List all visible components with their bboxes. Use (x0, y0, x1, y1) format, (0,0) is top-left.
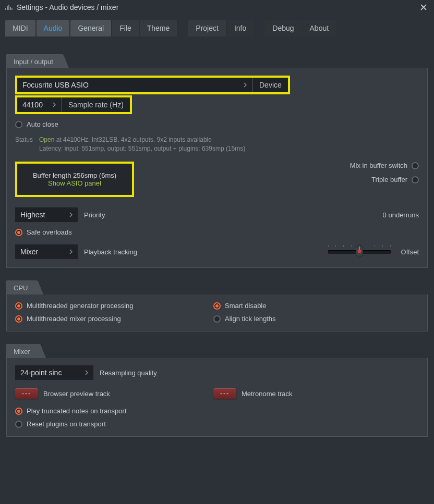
triple-buffer-toggle[interactable] (412, 176, 419, 183)
window-title: Settings - Audio devices / mixer (17, 3, 417, 11)
reset-plugins-label: Reset plugins on transport (27, 420, 106, 428)
svg-rect-1 (359, 247, 359, 250)
show-asio-link: Show ASIO panel (48, 179, 101, 187)
resampling-value: 24-point sinc (20, 368, 62, 377)
tab-project[interactable]: Project (188, 20, 226, 36)
device-label: Device (253, 78, 288, 92)
status-label: Status (15, 136, 33, 153)
mix-in-buffer-toggle[interactable] (412, 162, 419, 169)
play-truncated-label: Play truncated notes on transport (27, 407, 127, 415)
section-heading-mixer: Mixer (6, 344, 39, 358)
chevron-right-icon (244, 82, 247, 88)
priority-label: Priority (84, 211, 105, 219)
status-open: Open (39, 136, 54, 143)
panel-cpu: Multithreaded generator processing Multi… (6, 294, 428, 331)
app-icon (5, 5, 13, 10)
safe-overloads-label: Safe overloads (27, 228, 72, 236)
section-heading-cpu: CPU (6, 280, 37, 294)
triple-buffer-label: Triple buffer (371, 176, 407, 183)
chevron-right-icon (85, 370, 88, 375)
tab-about[interactable]: About (303, 20, 336, 36)
chevron-right-icon (69, 249, 73, 254)
panel-io: Focusrite USB ASIO Device 44100 Sampl (6, 68, 428, 268)
asio-panel-button[interactable]: Buffer length 256smp (6ms) Show ASIO pan… (17, 164, 132, 195)
chevron-right-icon (69, 212, 73, 217)
priority-value: Highest (20, 211, 45, 219)
browser-preview-track-chip[interactable]: --- (15, 388, 38, 399)
tab-debug[interactable]: Debug (265, 20, 301, 36)
tab-info[interactable]: Info (227, 20, 254, 36)
mix-in-buffer-option[interactable]: Mix in buffer switch (350, 162, 419, 169)
align-ticks-toggle[interactable] (213, 315, 221, 323)
resampling-label: Resampling quality (100, 369, 157, 377)
metronome-label: Metronome track (242, 390, 293, 398)
smart-disable-toggle[interactable] (213, 302, 221, 310)
status-text: Open at 44100Hz, Int32LSB, 4x2 outputs, … (39, 136, 245, 153)
playback-tracking-dropdown[interactable]: Mixer (15, 244, 78, 259)
chevron-right-icon (53, 102, 56, 107)
playback-value: Mixer (20, 248, 38, 256)
metronome-track-chip[interactable]: --- (213, 388, 236, 399)
svg-point-0 (357, 250, 361, 253)
device-value: Focusrite USB ASIO (22, 81, 89, 89)
smart-disable-label: Smart disable (225, 302, 266, 310)
safe-overloads-toggle[interactable] (15, 229, 22, 236)
section-heading-io: Input / output (6, 54, 62, 68)
resampling-dropdown[interactable]: 24-point sinc (15, 365, 93, 380)
slider-knob-icon (356, 244, 363, 258)
titlebar: Settings - Audio devices / mixer (0, 0, 434, 15)
sample-rate-label: Sample rate (Hz) (62, 97, 130, 112)
device-dropdown[interactable]: Focusrite USB ASIO (17, 78, 252, 92)
panel-mixer: 24-point sinc Resampling quality --- Bro… (6, 358, 428, 437)
offset-label: Offset (401, 248, 419, 256)
triple-buffer-option[interactable]: Triple buffer (371, 176, 419, 183)
browser-preview-label: Browser preview track (43, 390, 110, 398)
play-truncated-toggle[interactable] (15, 408, 22, 415)
underruns-text: 0 underruns (383, 211, 419, 219)
status-line2: Latency: input: 551smp, output: 551smp, … (39, 145, 245, 152)
align-ticks-label: Align tick lengths (225, 315, 276, 323)
close-icon (420, 4, 427, 10)
reset-plugins-toggle[interactable] (15, 421, 22, 428)
tab-general[interactable]: General (70, 20, 111, 36)
offset-slider[interactable] (328, 247, 391, 257)
tab-file[interactable]: File (112, 20, 139, 36)
sample-rate-dropdown[interactable]: 44100 (17, 97, 61, 112)
mt-generator-label: Multithreaded generator processing (27, 302, 134, 310)
status-line1: at 44100Hz, Int32LSB, 4x2 outputs, 9x2 i… (54, 136, 212, 143)
auto-close-label: Auto close (27, 120, 58, 128)
sample-rate-value: 44100 (22, 101, 43, 109)
auto-close-toggle[interactable] (15, 121, 22, 128)
mix-in-buffer-label: Mix in buffer switch (350, 162, 407, 169)
close-button[interactable] (417, 1, 430, 14)
mt-mixer-toggle[interactable] (15, 315, 22, 323)
tabstrip: MIDI Audio General File Theme Project In… (0, 15, 434, 36)
tab-midi[interactable]: MIDI (5, 20, 35, 36)
tab-audio[interactable]: Audio (37, 20, 70, 36)
playback-tracking-label: Playback tracking (84, 248, 137, 256)
mt-generator-toggle[interactable] (15, 302, 22, 310)
buffer-length-text: Buffer length 256smp (6ms) (33, 171, 116, 179)
priority-dropdown[interactable]: Highest (15, 207, 78, 222)
tab-theme[interactable]: Theme (140, 20, 177, 36)
mt-mixer-label: Multithreaded mixer processing (27, 315, 121, 323)
